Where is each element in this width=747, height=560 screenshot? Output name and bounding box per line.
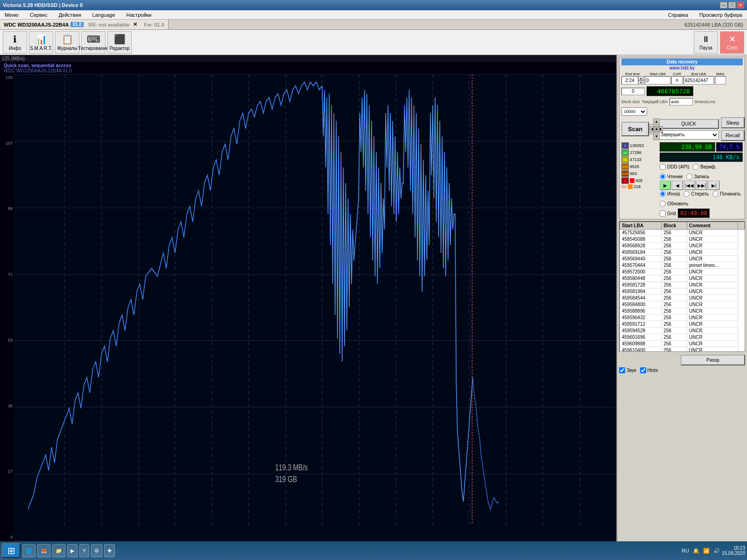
table-row[interactable]: 459581728256UNCR	[620, 282, 745, 288]
ignore-radio-label[interactable]: Игнор	[660, 191, 680, 197]
table-row[interactable]: 459588896256UNCR	[620, 308, 745, 315]
table-row[interactable]: 458545088256UNCR	[620, 236, 745, 243]
device-tab[interactable]: WDC WD3200AAJS-22B4A 01.0 SN: not availa…	[0, 20, 169, 29]
table-row[interactable]: 459568928256UNCR	[620, 243, 745, 249]
update-radio[interactable]	[660, 201, 666, 207]
recall-button[interactable]: Recall	[721, 130, 745, 141]
ignore-radio[interactable]	[660, 191, 666, 197]
nav-down-btn[interactable]: ▼	[653, 133, 660, 140]
taskbar-media[interactable]: ▶	[67, 544, 78, 557]
close-button[interactable]: ✕	[737, 2, 744, 8]
read-radio[interactable]	[660, 174, 666, 180]
table-row[interactable]: 459591712256UNCR	[620, 321, 745, 328]
back-btn[interactable]: ◀	[672, 181, 683, 190]
read-radio-label[interactable]: Чтение	[660, 174, 683, 180]
verif-radio-label[interactable]: Вериф.	[693, 164, 716, 170]
ie-icon: 🌐	[26, 548, 32, 554]
sound-checkbox-label[interactable]: Звук	[619, 367, 636, 373]
time-down-btn[interactable]: ▼	[638, 80, 644, 84]
play-btn[interactable]: ▶	[660, 181, 671, 190]
table-row[interactable]: 459570464256preset timeo...	[620, 262, 745, 269]
taskbar-firefox[interactable]: 🦊	[37, 544, 50, 557]
taskbar-network-icon: 📶	[703, 548, 710, 554]
table-row[interactable]: 459601696256UNCR	[620, 334, 745, 341]
grid-checkbox-label[interactable]: Grid	[660, 210, 676, 217]
editor-button[interactable]: ⬛ Редактор	[107, 31, 132, 54]
hints-checkbox-label[interactable]: Hints	[640, 367, 658, 373]
block-size-input[interactable]	[669, 98, 693, 105]
time-up-btn[interactable]: ▲	[638, 76, 644, 80]
timeout-select[interactable]: 10000 5000 30000	[621, 107, 647, 116]
smart-button[interactable]: 📊 S.M.A.R.T.	[29, 31, 53, 54]
info-button[interactable]: ℹ Инфо	[3, 31, 27, 54]
end-time-input[interactable]	[621, 76, 638, 84]
ddd-checkbox[interactable]	[660, 164, 666, 170]
table-row[interactable]: 459590432256UNCR	[620, 315, 745, 321]
taskbar-explorer[interactable]: 📁	[52, 544, 65, 557]
update-radio-label[interactable]: Обновить	[660, 201, 688, 207]
table-row[interactable]: 457525856256UNCR	[620, 230, 745, 236]
erase-radio-label[interactable]: Стереть	[684, 191, 709, 197]
hints-checkbox[interactable]	[640, 367, 646, 373]
sound-checkbox[interactable]	[619, 367, 625, 373]
cur-input[interactable]	[671, 76, 683, 84]
table-row[interactable]: 459594528256UNCR	[620, 328, 745, 334]
maximize-button[interactable]: □	[728, 2, 736, 8]
menu-actions[interactable]: Действия	[56, 11, 84, 19]
pause-button[interactable]: ⏸ Пауза	[694, 31, 718, 54]
nav-center-btn[interactable]: ●	[653, 126, 660, 133]
table-row[interactable]: 459581984256UNCR	[620, 288, 745, 295]
grid-checkbox[interactable]	[660, 210, 666, 217]
table-row[interactable]: 459569440256UNCR	[620, 256, 745, 262]
cell-start-lba: 459572000	[620, 269, 662, 275]
table-row[interactable]: 459610400256UNCR	[620, 347, 745, 352]
fix-radio[interactable]	[712, 191, 719, 197]
device-tab-close[interactable]: ✕	[131, 21, 139, 28]
max-input[interactable]	[715, 76, 726, 84]
error-table-area[interactable]: Start LBA Block Comment 457525856256UNCR…	[619, 221, 745, 352]
error-table-body: 457525856256UNCR458545088256UNCR45956892…	[620, 230, 745, 352]
complete-select[interactable]: Завершить Перезагрузить Выключить	[658, 130, 719, 140]
menu-help[interactable]: Справка	[665, 11, 691, 19]
zero-display[interactable]	[621, 88, 645, 95]
cell-comment: UNCR	[687, 269, 738, 275]
table-row[interactable]: 459584800256UNCR	[620, 301, 745, 308]
erase-radio[interactable]	[684, 191, 690, 197]
taskbar-settings[interactable]: ⚙	[91, 544, 102, 557]
sleep-button[interactable]: Sleep	[721, 117, 745, 128]
ddd-checkbox-label[interactable]: DDD (API)	[660, 164, 689, 170]
menu-settings[interactable]: Настройки	[124, 11, 155, 19]
table-row[interactable]: 459569184256UNCR	[620, 249, 745, 256]
end-btn[interactable]: ▶|	[708, 181, 719, 190]
log-button[interactable]: 📋 Журналы	[55, 31, 79, 54]
start-lba-input[interactable]	[645, 76, 670, 84]
skip-back-btn[interactable]: |◀◀	[684, 181, 695, 190]
table-row[interactable]: 459584544256UNCR	[620, 295, 745, 301]
taskbar-yandex[interactable]: Y	[79, 544, 89, 557]
menu-menu[interactable]: Меню	[2, 11, 21, 19]
end-lba-input[interactable]	[684, 76, 714, 84]
menu-right: Справка Просмотр буфера	[665, 11, 745, 19]
graph-canvas: 125 107 89 71 53 35 17 0	[0, 74, 616, 550]
minimize-button[interactable]: ─	[720, 2, 727, 8]
table-row[interactable]: 459572000256UNCR	[620, 269, 745, 275]
fix-radio-label[interactable]: Починить	[712, 191, 740, 197]
verif-radio[interactable]	[693, 164, 699, 170]
stop-button[interactable]: ✕ Стоп	[720, 31, 744, 54]
write-radio[interactable]	[686, 174, 692, 180]
scan-button[interactable]: Scan	[621, 122, 649, 136]
menu-buffer[interactable]: Просмотр буфера	[697, 11, 745, 19]
menu-language[interactable]: Language	[90, 11, 118, 19]
test-button[interactable]: ⌨ Тестирование	[81, 31, 106, 54]
menu-service[interactable]: Сервис	[27, 11, 50, 19]
table-row[interactable]: 459609888256UNCR	[620, 341, 745, 347]
start-button[interactable]: ⊞	[2, 543, 21, 558]
quick-button[interactable]: QUICK	[658, 119, 719, 129]
table-row[interactable]: 459580448256UNCR	[620, 275, 745, 282]
write-radio-label[interactable]: Запись	[686, 174, 709, 180]
nav-up-btn[interactable]: ▲	[653, 119, 660, 125]
skip-fwd-btn[interactable]: ▶▶|	[696, 181, 707, 190]
taskbar-plus[interactable]: ✚	[104, 544, 115, 557]
taskbar-ie[interactable]: 🌐	[22, 544, 35, 557]
passp-button[interactable]: Passp	[681, 355, 745, 365]
